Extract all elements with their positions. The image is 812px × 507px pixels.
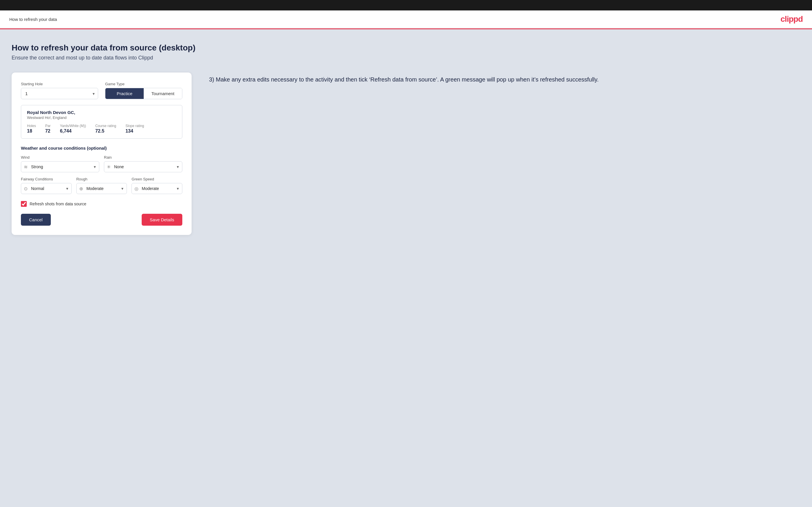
rough-label: Rough — [77, 177, 127, 181]
stat-yards-value: 6,744 — [60, 128, 86, 134]
footer: Copyright Clippd 2022 — [0, 502, 812, 507]
course-location: Westward Ho!, England — [27, 115, 176, 120]
starting-hole-group: Starting Hole 1 10 — [21, 82, 98, 99]
stat-yards-label: Yards/White (M)) — [60, 124, 86, 128]
game-type-label: Game Type — [105, 82, 182, 86]
fairway-label: Fairway Conditions — [21, 177, 72, 181]
wind-select-wrapper[interactable]: ≋ Strong None Light Moderate — [21, 161, 99, 172]
wind-select[interactable]: Strong None Light Moderate — [21, 161, 99, 172]
stat-slope-rating-value: 134 — [125, 128, 144, 134]
content-layout: Starting Hole 1 10 Game Type Practice To… — [12, 72, 800, 235]
instruction-panel: 3) Make any extra edits necessary to the… — [209, 72, 800, 84]
starting-hole-label: Starting Hole — [21, 82, 98, 86]
green-speed-select[interactable]: Moderate Slow Fast — [132, 183, 182, 194]
course-stats: Holes 18 Par 72 Yards/White (M)) 6,744 C… — [27, 124, 176, 134]
game-type-buttons: Practice Tournament — [105, 88, 182, 99]
rough-select[interactable]: Moderate Light Heavy — [77, 183, 127, 194]
stat-course-rating-label: Course rating — [95, 124, 116, 128]
stat-par-label: Par — [45, 124, 51, 128]
page-title: How to refresh your data from source (de… — [12, 43, 800, 53]
rain-select-wrapper[interactable]: ✳ None Light Moderate Heavy — [104, 161, 182, 172]
rain-label: Rain — [104, 155, 182, 160]
form-panel: Starting Hole 1 10 Game Type Practice To… — [12, 72, 192, 235]
header-title: How to refresh your data — [9, 17, 57, 22]
stat-par-value: 72 — [45, 128, 51, 134]
save-button[interactable]: Save Details — [142, 214, 182, 226]
stat-holes-value: 18 — [27, 128, 36, 134]
wind-rain-row: Wind ≋ Strong None Light Moderate — [21, 155, 182, 172]
top-form-row: Starting Hole 1 10 Game Type Practice To… — [21, 82, 182, 99]
header: How to refresh your data clippd — [0, 10, 812, 29]
fairway-select[interactable]: Normal Soft Firm — [21, 183, 72, 194]
rough-select-wrapper[interactable]: ⊕ Moderate Light Heavy — [77, 183, 127, 194]
tournament-button[interactable]: Tournament — [144, 88, 182, 99]
rain-select[interactable]: None Light Moderate Heavy — [104, 161, 182, 172]
rain-group: Rain ✳ None Light Moderate Heavy — [104, 155, 182, 172]
stat-course-rating-value: 72.5 — [95, 128, 116, 134]
page-subtitle: Ensure the correct and most up to date d… — [12, 55, 800, 61]
wind-group: Wind ≋ Strong None Light Moderate — [21, 155, 99, 172]
fairway-select-wrapper[interactable]: ⊙ Normal Soft Firm — [21, 183, 72, 194]
stat-par: Par 72 — [45, 124, 51, 134]
main-content: How to refresh your data from source (de… — [0, 29, 812, 502]
stat-course-rating: Course rating 72.5 — [95, 124, 116, 134]
stat-holes: Holes 18 — [27, 124, 36, 134]
course-name: Royal North Devon GC, — [27, 110, 176, 115]
conditions-section: Weather and course conditions (optional)… — [21, 146, 182, 194]
course-info-box: Royal North Devon GC, Westward Ho!, Engl… — [21, 105, 182, 138]
stat-yards: Yards/White (M)) 6,744 — [60, 124, 86, 134]
surface-conditions-row: Fairway Conditions ⊙ Normal Soft Firm Ro… — [21, 177, 182, 194]
top-bar — [0, 0, 812, 10]
stat-slope-rating-label: Slope rating — [125, 124, 144, 128]
clippd-logo: clippd — [781, 14, 803, 24]
game-type-group: Game Type Practice Tournament — [105, 82, 182, 99]
green-speed-select-wrapper[interactable]: ◎ Moderate Slow Fast — [132, 183, 182, 194]
refresh-checkbox-row: Refresh shots from data source — [21, 201, 182, 207]
refresh-checkbox-label[interactable]: Refresh shots from data source — [30, 202, 86, 206]
starting-hole-select-wrapper[interactable]: 1 10 — [21, 88, 98, 99]
refresh-checkbox[interactable] — [21, 201, 27, 207]
green-speed-group: Green Speed ◎ Moderate Slow Fast — [132, 177, 182, 194]
instruction-text: 3) Make any extra edits necessary to the… — [209, 75, 800, 84]
stat-slope-rating: Slope rating 134 — [125, 124, 144, 134]
form-actions: Cancel Save Details — [21, 214, 182, 226]
conditions-title: Weather and course conditions (optional) — [21, 146, 182, 151]
wind-label: Wind — [21, 155, 99, 160]
fairway-group: Fairway Conditions ⊙ Normal Soft Firm — [21, 177, 72, 194]
cancel-button[interactable]: Cancel — [21, 214, 51, 226]
stat-holes-label: Holes — [27, 124, 36, 128]
green-speed-label: Green Speed — [132, 177, 182, 181]
starting-hole-select[interactable]: 1 10 — [21, 88, 98, 99]
practice-button[interactable]: Practice — [105, 88, 144, 99]
rough-group: Rough ⊕ Moderate Light Heavy — [77, 177, 127, 194]
